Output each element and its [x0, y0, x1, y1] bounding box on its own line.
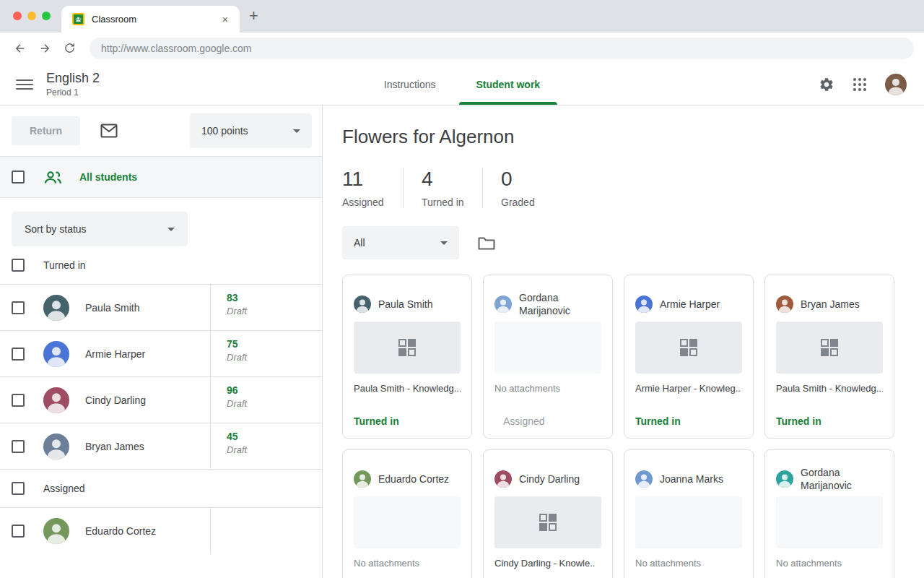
- active-tab-indicator: [458, 102, 557, 105]
- work-card-eduardo-cortez[interactable]: Eduardo Cortez No attachments: [342, 449, 472, 578]
- points-dropdown[interactable]: 100 points: [190, 113, 312, 148]
- work-card-cindy-darling[interactable]: Cindy Darling Cindy Darling - Knowle..: [483, 449, 613, 578]
- drive-folder-icon[interactable]: [478, 236, 495, 250]
- student-name: Joanna Marks: [660, 473, 723, 486]
- course-subtitle: Period 1: [46, 87, 100, 98]
- assignment-tabs: Instructions Student work: [364, 64, 560, 105]
- stat-assigned[interactable]: 11 Assigned: [342, 168, 404, 208]
- browser-tab-strip: Classroom × +: [0, 0, 924, 33]
- attachment-thumbnail: [635, 496, 742, 548]
- turned-in-checkbox[interactable]: [12, 259, 25, 272]
- student-checkbox[interactable]: [12, 440, 25, 453]
- return-button[interactable]: Return: [12, 116, 80, 145]
- work-card-gordana-marijanovic-2[interactable]: Gordana Marijanovic No attachments: [764, 449, 894, 578]
- section-header-assigned: Assigned: [0, 469, 322, 507]
- student-name: Eduardo Cortez: [378, 473, 449, 486]
- attachment-caption: No attachments: [494, 383, 601, 394]
- student-row-armie-harper: Armie Harper 75 Draft: [0, 330, 322, 376]
- google-apps-icon[interactable]: [853, 78, 866, 91]
- student-row-eduardo-cortez: Eduardo Cortez: [0, 507, 322, 553]
- attachment-thumbnail[interactable]: [635, 322, 742, 374]
- grade-cell[interactable]: 83 Draft: [210, 284, 322, 330]
- student-row-paula-smith: Paula Smith 83 Draft: [0, 284, 322, 330]
- zoom-window-button[interactable]: [42, 12, 51, 20]
- student-name: Paula Smith: [378, 298, 432, 311]
- tab-instructions[interactable]: Instructions: [364, 64, 456, 105]
- student-avatar: [776, 470, 793, 488]
- grade-value: 83: [227, 292, 322, 303]
- settings-gear-icon[interactable]: [819, 77, 834, 92]
- chevron-down-icon: [167, 228, 175, 231]
- reload-icon[interactable]: [59, 38, 79, 59]
- account-avatar[interactable]: [885, 74, 907, 95]
- work-card-armie-harper[interactable]: Armie Harper Armie Harper - Knowleg.. Tu…: [624, 275, 754, 439]
- stat-turned-in[interactable]: 4 Turned in: [422, 168, 483, 208]
- all-students-checkbox[interactable]: [12, 171, 25, 184]
- close-window-button[interactable]: [13, 12, 22, 20]
- student-avatar: [43, 341, 69, 367]
- grade-cell[interactable]: 75 Draft: [210, 330, 322, 376]
- email-icon[interactable]: [100, 124, 118, 138]
- grade-note: Draft: [227, 352, 322, 363]
- chevron-down-icon: [440, 241, 448, 245]
- all-students-row[interactable]: All students: [0, 156, 322, 198]
- filter-row: All: [342, 226, 924, 259]
- student-name: Armie Harper: [660, 298, 720, 311]
- assigned-checkbox[interactable]: [12, 482, 25, 495]
- attachment-caption[interactable]: Cindy Darling - Knowle..: [494, 558, 601, 569]
- tab-close-icon[interactable]: ×: [219, 12, 231, 27]
- attachment-grid-icon: [680, 339, 697, 356]
- attachment-caption: No attachments: [354, 558, 461, 569]
- sort-by-status-dropdown[interactable]: Sort by status: [12, 212, 188, 246]
- attachment-thumbnail[interactable]: [354, 322, 461, 374]
- work-card-paula-smith[interactable]: Paula Smith Paula Smith - Knowledg... Tu…: [342, 275, 472, 439]
- work-card-bryan-james[interactable]: Bryan James Paula Smith - Knowledg... Tu…: [764, 275, 894, 439]
- student-checkbox[interactable]: [12, 525, 25, 538]
- student-checkbox[interactable]: [12, 394, 25, 407]
- student-avatar: [494, 470, 512, 488]
- address-bar[interactable]: http://www.classroom.google.com: [90, 38, 914, 59]
- header-actions: [819, 74, 907, 95]
- student-checkbox[interactable]: [12, 348, 25, 361]
- course-title: English 2: [46, 71, 100, 86]
- browser-toolbar: http://www.classroom.google.com: [0, 33, 924, 64]
- grade-cell[interactable]: 96 Draft: [210, 376, 322, 423]
- status-badge: Turned in: [635, 415, 742, 427]
- menu-icon[interactable]: [16, 76, 33, 93]
- grade-note: Draft: [227, 398, 322, 409]
- student-checkbox[interactable]: [12, 301, 25, 314]
- attachment-grid-icon: [821, 339, 838, 356]
- work-card-joanna-marks[interactable]: Joanna Marks No attachments: [624, 449, 754, 578]
- attachment-thumbnail[interactable]: [776, 322, 883, 374]
- student-name: Cindy Darling: [519, 473, 580, 486]
- grade-note: Draft: [227, 444, 322, 455]
- back-icon[interactable]: [10, 38, 30, 59]
- forward-icon[interactable]: [35, 38, 55, 59]
- student-avatar: [43, 434, 69, 460]
- status-filter-dropdown[interactable]: All: [342, 226, 459, 259]
- student-row-cindy-darling: Cindy Darling 96 Draft: [0, 376, 322, 423]
- stat-graded[interactable]: 0 Graded: [501, 168, 562, 208]
- student-avatar: [494, 296, 512, 313]
- window-controls: [13, 12, 51, 20]
- attachment-grid-icon: [398, 339, 416, 356]
- minimize-window-button[interactable]: [27, 12, 36, 20]
- grade-cell[interactable]: [210, 507, 322, 553]
- grade-value: 96: [227, 384, 322, 396]
- attachment-caption[interactable]: Armie Harper - Knowleg..: [635, 383, 742, 394]
- attachment-thumbnail[interactable]: [494, 496, 601, 548]
- students-icon: [43, 169, 62, 185]
- tab-title: Classroom: [92, 14, 219, 25]
- grade-value: 75: [227, 338, 322, 350]
- attachment-caption[interactable]: Paula Smith - Knowledg...: [776, 383, 883, 394]
- tab-student-work[interactable]: Student work: [456, 64, 560, 105]
- grade-note: Draft: [227, 306, 322, 316]
- student-row-bryan-james: Bryan James 45 Draft: [0, 423, 322, 469]
- course-info: English 2 Period 1: [46, 71, 100, 98]
- browser-tab[interactable]: Classroom ×: [61, 6, 240, 33]
- attachment-caption[interactable]: Paula Smith - Knowledg...: [354, 383, 461, 394]
- grade-cell[interactable]: 45 Draft: [210, 423, 322, 469]
- attachment-caption: No attachments: [635, 558, 742, 569]
- new-tab-button[interactable]: +: [249, 7, 258, 25]
- work-card-gordana-marijanovic[interactable]: Gordana Marijanovic No attachments Assig…: [483, 275, 613, 439]
